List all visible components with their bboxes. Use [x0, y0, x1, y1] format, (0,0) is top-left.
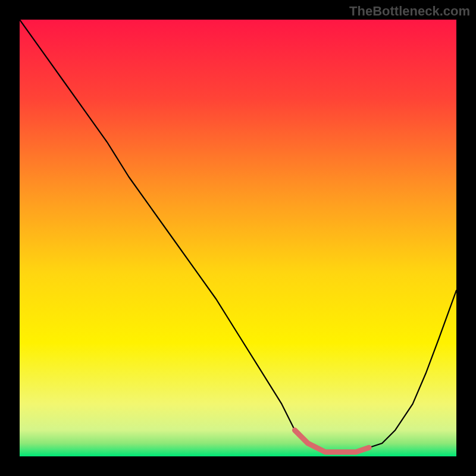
svg-rect-0: [20, 20, 456, 456]
watermark-text: TheBottleneck.com: [349, 4, 470, 19]
chart-svg: [20, 20, 456, 456]
chart-container: TheBottleneck.com: [0, 0, 476, 476]
plot-area: [20, 20, 456, 456]
